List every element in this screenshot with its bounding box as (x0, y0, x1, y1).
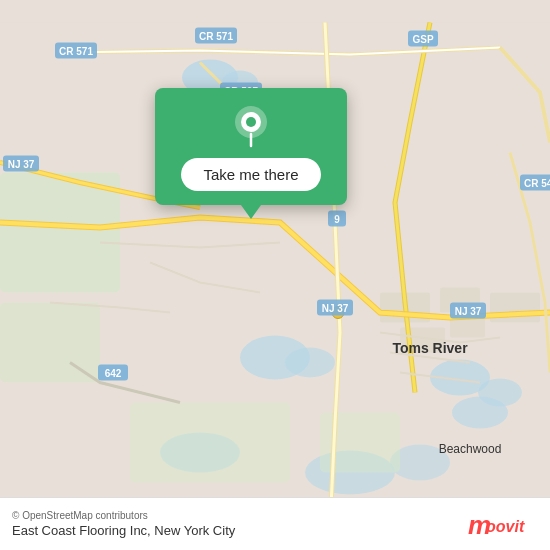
svg-text:NJ 37: NJ 37 (322, 303, 349, 314)
svg-text:9: 9 (334, 214, 340, 225)
svg-text:CR 571: CR 571 (59, 46, 93, 57)
map-container: CR 571 CR 571 GSP NJ 37 NJ 37 NJ 37 CR 5… (0, 0, 550, 550)
svg-text:NJ 37: NJ 37 (455, 306, 482, 317)
svg-text:Toms River: Toms River (392, 340, 468, 356)
map-pin-icon (229, 104, 273, 148)
svg-text:642: 642 (105, 368, 122, 379)
svg-point-4 (285, 348, 335, 378)
moovit-logo[interactable]: m oovit (468, 508, 538, 540)
svg-rect-11 (0, 173, 120, 293)
svg-point-45 (246, 117, 256, 127)
svg-rect-12 (0, 303, 100, 383)
take-me-there-button[interactable]: Take me there (181, 158, 320, 191)
moovit-logo-svg: m oovit (468, 508, 538, 540)
svg-text:Beachwood: Beachwood (439, 442, 502, 456)
svg-text:GSP: GSP (412, 34, 433, 45)
svg-text:NJ 37: NJ 37 (8, 159, 35, 170)
svg-rect-13 (130, 403, 290, 483)
location-label: East Coast Flooring Inc, New York City (12, 523, 235, 538)
map-background: CR 571 CR 571 GSP NJ 37 NJ 37 NJ 37 CR 5… (0, 0, 550, 550)
location-popup: Take me there (155, 88, 347, 205)
svg-point-7 (452, 397, 508, 429)
copyright-text: © OpenStreetMap contributors (12, 510, 235, 521)
bottom-left-info: © OpenStreetMap contributors East Coast … (12, 510, 235, 538)
bottom-bar: © OpenStreetMap contributors East Coast … (0, 497, 550, 550)
svg-text:oovit: oovit (486, 518, 525, 535)
svg-text:CR 571: CR 571 (199, 31, 233, 42)
svg-text:CR 549: CR 549 (524, 178, 550, 189)
svg-rect-18 (450, 318, 485, 338)
